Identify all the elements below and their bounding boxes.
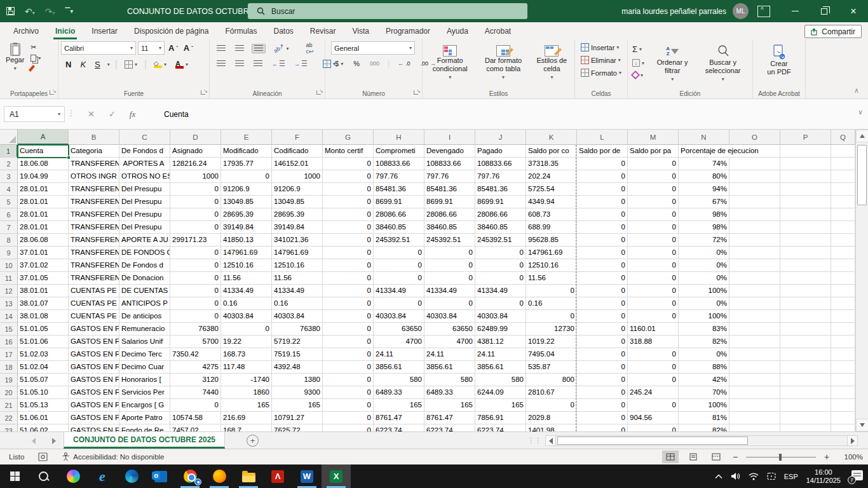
column-header-B[interactable]: B (69, 130, 119, 145)
cell-C1[interactable]: De Fondos d (119, 145, 170, 158)
formula-bar-splitter[interactable]: ⋮ (67, 109, 76, 118)
select-all-corner[interactable] (0, 130, 18, 145)
cell-O22[interactable] (729, 412, 780, 424)
cell-D23[interactable]: 7457.02 (170, 424, 221, 431)
cell-P11[interactable] (780, 272, 831, 285)
cell-Q13[interactable] (831, 297, 855, 310)
cell-N3[interactable]: 80% (679, 170, 729, 183)
cell-J22[interactable]: 7856.91 (475, 412, 526, 424)
cell-H23[interactable]: 6223.74 (374, 424, 424, 431)
column-header-M[interactable]: M (628, 130, 679, 145)
wrap-text-button[interactable]: abc↩ (304, 41, 316, 55)
column-header-C[interactable]: C (119, 130, 170, 145)
fill-button[interactable]: ↓▾ (630, 58, 646, 67)
cell-L5[interactable]: 0 (577, 196, 628, 208)
cell-I11[interactable]: 0 (424, 272, 475, 285)
cell-L16[interactable]: 0 (577, 336, 628, 348)
cell-N8[interactable]: 72% (679, 234, 729, 247)
cell-L11[interactable]: 0 (577, 272, 628, 285)
cell-O19[interactable] (729, 374, 780, 386)
cell-G11[interactable]: 0 (323, 272, 374, 285)
cell-Q9[interactable] (831, 247, 855, 259)
cell-G23[interactable]: 0 (323, 424, 374, 431)
cell-J8[interactable]: 245392.51 (475, 234, 526, 247)
delete-cells-button[interactable]: Eliminar▾ (579, 55, 625, 65)
cell-C15[interactable]: Remuneracio (119, 323, 170, 336)
row-header-1[interactable]: 1 (0, 145, 18, 158)
cell-G10[interactable]: 0 (323, 259, 374, 272)
italic-button[interactable]: K (78, 59, 88, 70)
column-header-I[interactable]: I (424, 130, 475, 145)
cell-O15[interactable] (729, 323, 780, 336)
scroll-up-arrow[interactable] (856, 130, 868, 142)
horizontal-scroll-thumb[interactable] (557, 437, 748, 445)
cell-I10[interactable]: 0 (424, 259, 475, 272)
decrease-indent-button[interactable]: ← (270, 60, 287, 68)
cell-K20[interactable]: 2810.67 (526, 386, 577, 399)
cell-K22[interactable]: 2029.8 (526, 412, 577, 424)
cell-E14[interactable]: 40303.84 (221, 310, 272, 323)
align-left-button[interactable] (215, 60, 227, 68)
cell-H11[interactable]: 0 (374, 272, 424, 285)
row-header-23[interactable]: 23 (0, 424, 18, 431)
cell-I14[interactable]: 40303.84 (424, 310, 475, 323)
column-header-H[interactable]: H (374, 130, 424, 145)
cell-E9[interactable]: 147961.69 (221, 247, 272, 259)
cell-F21[interactable]: 165 (272, 399, 323, 412)
cell-G6[interactable]: 0 (323, 208, 374, 221)
cell-Q11[interactable] (831, 272, 855, 285)
cell-A10[interactable]: 37.01.02 (18, 259, 69, 272)
row-header-11[interactable]: 11 (0, 272, 18, 285)
cell-B23[interactable]: GASTOS EN F (69, 424, 119, 431)
cell-E4[interactable]: 91206.9 (221, 183, 272, 196)
cell-C9[interactable]: DE FONDOS C (119, 247, 170, 259)
cell-M9[interactable]: 0 (628, 247, 679, 259)
font-color-button[interactable]: A▾ (173, 60, 190, 69)
cell-P21[interactable] (780, 399, 831, 412)
cell-L20[interactable]: 0 (577, 386, 628, 399)
cell-B12[interactable]: CUENTAS PE (69, 285, 119, 297)
cell-P2[interactable] (780, 158, 831, 170)
cell-O18[interactable] (729, 361, 780, 374)
cell-K13[interactable]: 0.16 (526, 297, 577, 310)
cell-A23[interactable]: 51.06.02 (18, 424, 69, 431)
cell-E10[interactable]: 12510.16 (221, 259, 272, 272)
cell-Q4[interactable] (831, 183, 855, 196)
collapse-ribbon-icon[interactable]: ∧ (854, 86, 859, 95)
scroll-left-arrow[interactable] (545, 435, 556, 446)
cell-L21[interactable]: 0 (577, 399, 628, 412)
cell-N1[interactable]: Porcentaje de ejecucion (679, 145, 729, 158)
cell-M21[interactable]: 0 (628, 399, 679, 412)
cell-F22[interactable]: 10791.27 (272, 412, 323, 424)
cell-H1[interactable]: Comprometi (374, 145, 424, 158)
cell-F18[interactable]: 4392.48 (272, 361, 323, 374)
cell-H5[interactable]: 8699.91 (374, 196, 424, 208)
cell-E21[interactable]: 165 (221, 399, 272, 412)
cell-C17[interactable]: Decimo Terc (119, 348, 170, 361)
alignment-dialog-launcher-icon[interactable] (316, 90, 323, 97)
cell-F14[interactable]: 40303.84 (272, 310, 323, 323)
cell-F6[interactable]: 28695.39 (272, 208, 323, 221)
cell-C22[interactable]: Aporte Patro (119, 412, 170, 424)
cell-L4[interactable]: 0 (577, 183, 628, 196)
cell-O13[interactable] (729, 297, 780, 310)
cell-B6[interactable]: TRANSFEREN (69, 208, 119, 221)
cell-M23[interactable]: 0 (628, 424, 679, 431)
confirm-entry-icon[interactable]: ✓ (109, 109, 116, 119)
cell-Q10[interactable] (831, 259, 855, 272)
cell-C8[interactable]: APORTE A JU (119, 234, 170, 247)
cell-E15[interactable]: 0 (221, 323, 272, 336)
cell-G17[interactable]: 0 (323, 348, 374, 361)
cell-N9[interactable]: 0% (679, 247, 729, 259)
cell-L1[interactable]: Saldo por de (577, 145, 628, 158)
cell-B2[interactable]: TRANSFEREN (69, 158, 119, 170)
zoom-slider-thumb[interactable] (779, 454, 782, 461)
cell-D18[interactable]: 4275 (170, 361, 221, 374)
cell-B16[interactable]: GASTOS EN F (69, 336, 119, 348)
tab-inicio[interactable]: Inicio (47, 22, 83, 39)
cell-M13[interactable]: 0 (628, 297, 679, 310)
cell-H19[interactable]: 580 (374, 374, 424, 386)
cell-L23[interactable]: 0 (577, 424, 628, 431)
cell-A12[interactable]: 38.01.01 (18, 285, 69, 297)
clock[interactable]: 16:00 14/11/2025 (806, 468, 841, 485)
